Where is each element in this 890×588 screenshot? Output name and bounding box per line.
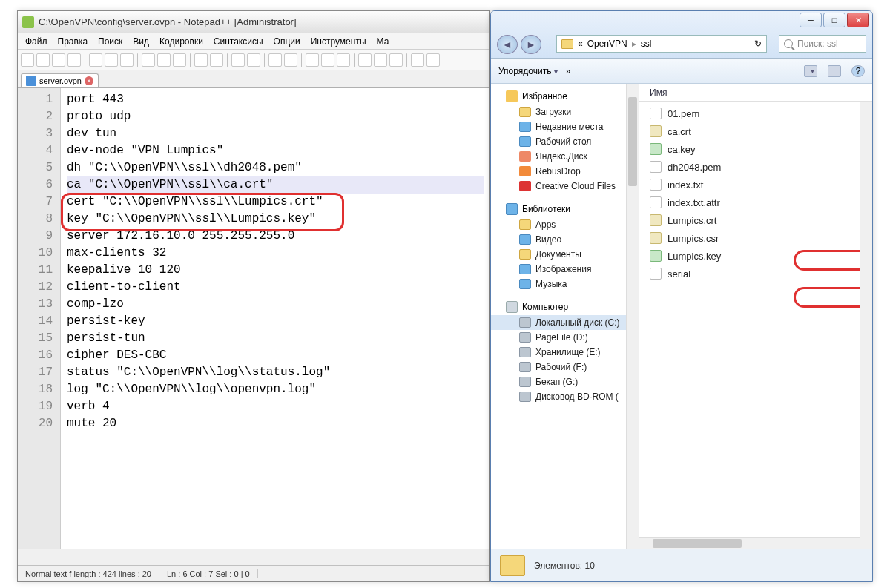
tb-print-icon[interactable] bbox=[120, 53, 134, 67]
scroll-thumb[interactable] bbox=[653, 539, 742, 548]
tb-monitor-icon[interactable] bbox=[389, 53, 403, 67]
code-line: key "C:\\OpenVPN\\ssl\\Lumpics.key" bbox=[67, 211, 484, 228]
column-header-name[interactable]: Имя bbox=[639, 84, 872, 102]
libraries-group[interactable]: Библиотеки bbox=[491, 201, 639, 217]
bc-ssl[interactable]: ssl bbox=[641, 39, 652, 49]
key-icon bbox=[650, 143, 662, 155]
code-area[interactable]: port 443 proto udp dev tun dev-node "VPN… bbox=[61, 88, 490, 549]
preview-pane-button[interactable] bbox=[828, 65, 841, 77]
tb-replace-icon[interactable] bbox=[247, 53, 260, 67]
editor[interactable]: 1234567891011121314151617181920 port 443… bbox=[18, 88, 490, 549]
tree-disk-d[interactable]: PageFile (D:) bbox=[491, 330, 639, 345]
tree-disk-g[interactable]: Бекап (G:) bbox=[491, 374, 639, 389]
maximize-button[interactable]: □ bbox=[823, 13, 846, 27]
tb-close-icon[interactable] bbox=[89, 53, 102, 67]
tree-disk-e[interactable]: Хранилище (E:) bbox=[491, 345, 639, 360]
menu-macro[interactable]: Ма bbox=[372, 35, 394, 48]
file-list-pane[interactable]: Имя 01.pem ca.crt ca.key dh2048.pem inde… bbox=[639, 84, 872, 549]
menu-edit[interactable]: Правка bbox=[53, 35, 93, 48]
tb-redo-icon[interactable] bbox=[210, 53, 223, 67]
tb-new-icon[interactable] bbox=[21, 53, 34, 67]
tb-copy-icon[interactable] bbox=[157, 53, 171, 67]
menu-file[interactable]: Файл bbox=[21, 35, 52, 48]
tree-cc[interactable]: Creative Cloud Files bbox=[491, 179, 639, 194]
tree-scrollbar[interactable] bbox=[626, 84, 639, 549]
tab-server-ovpn[interactable]: server.ovpn × bbox=[21, 73, 99, 87]
tree-disk-c[interactable]: Локальный диск (C:) bbox=[491, 315, 639, 330]
close-button[interactable]: ✕ bbox=[847, 13, 869, 27]
tree-recent[interactable]: Недавние места bbox=[491, 119, 639, 134]
title-bar[interactable]: C:\OpenVPN\config\server.ovpn - Notepad+… bbox=[18, 11, 490, 33]
tree-disk-f[interactable]: Рабочий (F:) bbox=[491, 360, 639, 374]
tree-apps[interactable]: Apps bbox=[491, 217, 639, 232]
favorites-group[interactable]: Избранное bbox=[491, 88, 639, 105]
computer-group[interactable]: Компьютер bbox=[491, 299, 639, 315]
file-item[interactable]: Lumpics.csr bbox=[647, 229, 865, 247]
scroll-thumb[interactable] bbox=[628, 97, 637, 186]
file-item[interactable]: index.txt bbox=[647, 176, 865, 194]
code-line: dev-node "VPN Lumpics" bbox=[67, 142, 484, 159]
menu-encoding[interactable]: Кодировки bbox=[155, 35, 208, 48]
tb-undo-icon[interactable] bbox=[194, 53, 208, 67]
file-hscrollbar[interactable] bbox=[639, 537, 860, 549]
organize-button[interactable]: Упорядочить bbox=[498, 66, 558, 76]
tb-wrap-icon[interactable] bbox=[306, 53, 319, 67]
menu-search[interactable]: Поиск bbox=[93, 35, 127, 48]
bc-openvpn[interactable]: OpenVPN bbox=[587, 39, 627, 49]
file-item[interactable]: serial bbox=[647, 265, 865, 283]
status-bar: Normal text f length : 424 lines : 20 Ln… bbox=[18, 565, 490, 581]
tree-desktop[interactable]: Рабочий стол bbox=[491, 134, 639, 149]
tree-rebus[interactable]: RebusDrop bbox=[491, 164, 639, 179]
tree-yandex[interactable]: Яндекс.Диск bbox=[491, 149, 639, 164]
back-button[interactable]: ◄ bbox=[497, 35, 518, 54]
tb-indent-icon[interactable] bbox=[337, 53, 350, 67]
tree-images[interactable]: Изображения bbox=[491, 262, 639, 277]
help-button[interactable]: ? bbox=[851, 65, 865, 77]
menu-syntax[interactable]: Синтаксисы bbox=[209, 35, 268, 48]
tb-find-icon[interactable] bbox=[231, 53, 245, 67]
menu-view[interactable]: Вид bbox=[128, 35, 154, 48]
tb-zoomin-icon[interactable] bbox=[268, 53, 282, 67]
tb-paste-icon[interactable] bbox=[173, 53, 186, 67]
tree-docs[interactable]: Документы bbox=[491, 247, 639, 262]
tb-record-icon[interactable] bbox=[411, 53, 424, 67]
forward-button[interactable]: ► bbox=[521, 35, 541, 54]
tb-cut-icon[interactable] bbox=[142, 53, 155, 67]
nav-tree[interactable]: Избранное Загрузки Недавние места Рабочи… bbox=[491, 84, 639, 549]
file-item[interactable]: Lumpics.crt bbox=[647, 211, 865, 229]
code-line: dh "C:\\OpenVPN\\ssl\\dh2048.pem" bbox=[67, 159, 484, 176]
view-button[interactable] bbox=[804, 65, 817, 77]
file-item[interactable]: ca.key bbox=[647, 140, 865, 158]
tb-folder-icon[interactable] bbox=[374, 53, 387, 67]
minimize-button[interactable]: ─ bbox=[800, 13, 822, 27]
window-chrome: ─ □ ✕ ◄ ► « OpenVPN ▸ ssl ↻ Поиск: ssl bbox=[491, 11, 872, 59]
bc-overflow[interactable]: « bbox=[578, 39, 583, 49]
address-bar[interactable]: « OpenVPN ▸ ssl ↻ bbox=[556, 35, 767, 53]
tb-open-icon[interactable] bbox=[36, 53, 50, 67]
tree-bdrom[interactable]: Дисковод BD-ROM ( bbox=[491, 389, 639, 404]
menu-bar[interactable]: Файл Правка Поиск Вид Кодировки Синтакси… bbox=[18, 33, 490, 50]
tab-close-icon[interactable]: × bbox=[85, 76, 93, 85]
file-item[interactable]: index.txt.attr bbox=[647, 194, 865, 211]
refresh-icon[interactable]: ↻ bbox=[754, 39, 762, 49]
tb-play-icon[interactable] bbox=[426, 53, 440, 67]
toolbar-overflow[interactable]: » bbox=[565, 66, 570, 76]
tb-saveall-icon[interactable] bbox=[67, 53, 81, 67]
tree-downloads[interactable]: Загрузки bbox=[491, 105, 639, 119]
file-item[interactable]: Lumpics.key bbox=[647, 247, 865, 265]
file-vscrollbar[interactable] bbox=[860, 102, 872, 549]
file-item[interactable]: ca.crt bbox=[647, 122, 865, 140]
tb-chars-icon[interactable] bbox=[321, 53, 334, 67]
tb-func-icon[interactable] bbox=[358, 53, 372, 67]
file-item[interactable]: 01.pem bbox=[647, 105, 865, 122]
search-box[interactable]: Поиск: ssl bbox=[779, 35, 866, 53]
menu-options[interactable]: Опции bbox=[269, 35, 305, 48]
tree-music[interactable]: Музыка bbox=[491, 277, 639, 291]
tree-video[interactable]: Видео bbox=[491, 232, 639, 247]
tb-closeall-icon[interactable] bbox=[105, 53, 118, 67]
file-item[interactable]: dh2048.pem bbox=[647, 158, 865, 176]
tb-zoomout-icon[interactable] bbox=[284, 53, 297, 67]
menu-tools[interactable]: Инструменты bbox=[306, 35, 371, 48]
code-line: persist-key bbox=[67, 313, 484, 330]
tb-save-icon[interactable] bbox=[52, 53, 65, 67]
